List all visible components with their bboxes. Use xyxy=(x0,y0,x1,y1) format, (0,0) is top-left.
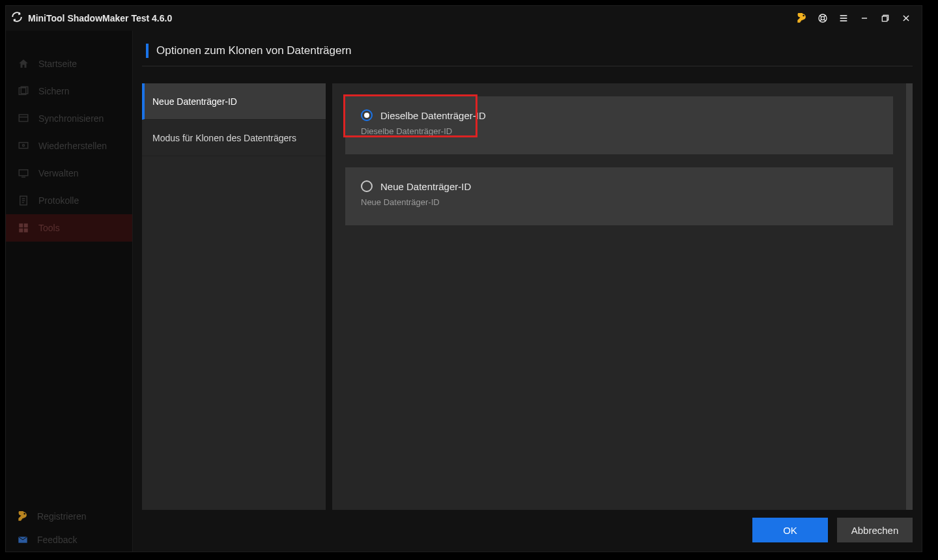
dialog-footer: OK Abbrechen xyxy=(142,510,913,542)
app-logo-icon xyxy=(11,11,23,25)
sidebar-item-label: Sichern xyxy=(38,86,69,96)
sidebar-item-label: Startseite xyxy=(38,59,77,69)
category-panel: Neue Datenträger-ID Modus für Klonen des… xyxy=(142,83,326,510)
sidebar-item-feedback[interactable]: Feedback xyxy=(6,528,132,552)
sidebar-item-manage[interactable]: Verwalten xyxy=(6,160,132,187)
hamburger-menu-icon[interactable] xyxy=(833,8,854,29)
titlebar[interactable]: MiniTool ShadowMaker Test 4.6.0 xyxy=(6,6,922,31)
category-label: Neue Datenträger-ID xyxy=(152,96,237,107)
sidebar-item-label: Wiederherstellen xyxy=(38,141,107,151)
page-header: Optionen zum Klonen von Datenträgern xyxy=(142,44,913,66)
option-title: Neue Datenträger-ID xyxy=(380,181,471,192)
scrollbar[interactable] xyxy=(906,83,913,510)
sidebar-item-label: Tools xyxy=(38,223,60,233)
sidebar-item-label: Protokolle xyxy=(38,195,79,206)
cancel-button[interactable]: Abbrechen xyxy=(837,518,913,542)
svg-rect-27 xyxy=(24,223,28,227)
radio-icon[interactable] xyxy=(361,180,373,192)
category-label: Modus für Klonen des Datenträgers xyxy=(152,133,296,143)
option-same-disk-id[interactable]: Dieselbe Datenträger-ID Dieselbe Datentr… xyxy=(345,96,893,154)
maximize-icon[interactable] xyxy=(875,8,896,29)
sidebar-item-label: Verwalten xyxy=(38,168,78,178)
svg-line-4 xyxy=(819,20,821,21)
option-new-disk-id[interactable]: Neue Datenträger-ID Neue Datenträger-ID xyxy=(345,167,893,225)
sidebar-item-register[interactable]: Registrieren xyxy=(6,505,132,528)
sidebar-item-label: Feedback xyxy=(37,535,77,545)
app-title: MiniTool ShadowMaker Test 4.6.0 xyxy=(28,13,172,23)
category-item-new-disk-id[interactable]: Neue Datenträger-ID xyxy=(142,83,326,120)
sidebar-item-restore[interactable]: Wiederherstellen xyxy=(6,132,132,160)
svg-rect-29 xyxy=(24,229,28,232)
radio-icon[interactable] xyxy=(361,109,373,121)
svg-line-3 xyxy=(824,15,826,17)
svg-line-2 xyxy=(819,15,821,17)
svg-rect-26 xyxy=(19,223,23,227)
svg-point-1 xyxy=(821,16,824,20)
lifesaver-icon[interactable] xyxy=(812,8,833,29)
option-subtitle: Dieselbe Datenträger-ID xyxy=(361,126,877,136)
minimize-icon[interactable] xyxy=(854,8,875,29)
main-content: Optionen zum Klonen von Datenträgern Neu… xyxy=(133,31,922,552)
option-subtitle: Neue Datenträger-ID xyxy=(361,197,877,207)
svg-rect-20 xyxy=(19,170,28,176)
svg-rect-16 xyxy=(19,115,28,122)
close-icon[interactable] xyxy=(896,8,917,29)
svg-rect-28 xyxy=(19,229,23,232)
header-accent-bar xyxy=(146,44,149,58)
app-window: MiniTool ShadowMaker Test 4.6.0 Startsei… xyxy=(5,5,922,552)
sidebar-item-label: Synchronisieren xyxy=(38,113,104,124)
page-title: Optionen zum Klonen von Datenträgern xyxy=(156,44,352,57)
sidebar: Startseite Sichern Synchronisieren Wiede… xyxy=(6,31,133,552)
svg-rect-18 xyxy=(19,143,28,148)
sidebar-item-label: Registrieren xyxy=(37,511,86,522)
sidebar-item-tools[interactable]: Tools xyxy=(6,214,132,242)
sidebar-item-sync[interactable]: Synchronisieren xyxy=(6,105,132,132)
ok-button[interactable]: OK xyxy=(752,518,828,542)
svg-rect-11 xyxy=(882,16,887,21)
sidebar-item-home[interactable]: Startseite xyxy=(6,50,132,77)
sidebar-item-backup[interactable]: Sichern xyxy=(6,77,132,105)
svg-line-5 xyxy=(824,20,826,21)
license-key-icon[interactable] xyxy=(791,8,812,29)
option-title: Dieselbe Datenträger-ID xyxy=(380,110,486,121)
sidebar-item-logs[interactable]: Protokolle xyxy=(6,187,132,214)
svg-point-19 xyxy=(23,145,25,147)
options-panel: Dieselbe Datenträger-ID Dieselbe Datentr… xyxy=(332,83,906,510)
category-item-clone-mode[interactable]: Modus für Klonen des Datenträgers xyxy=(142,120,326,156)
